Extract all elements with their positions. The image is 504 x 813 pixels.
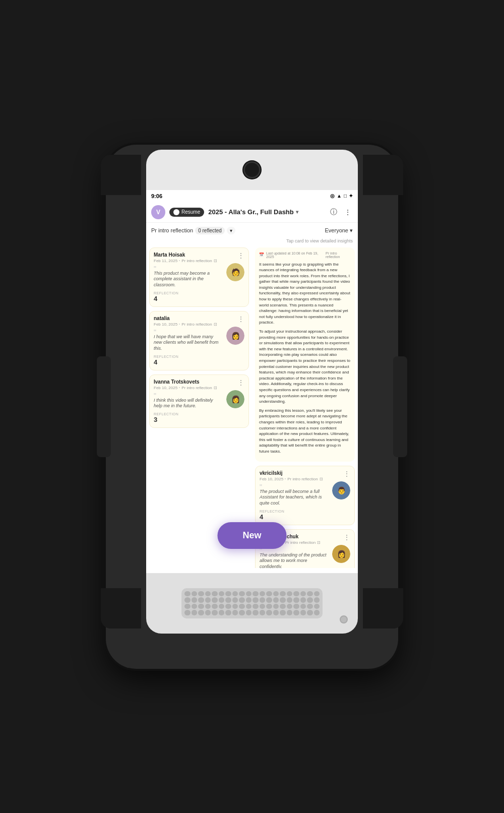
toggle-dot [173,209,179,215]
signal-icon: ▲ [337,193,342,199]
filter-bar: Pr intro reflection 0 reflected ▾ Everyo… [146,223,358,238]
corner-bracket-tr [363,155,403,195]
title-chevron-down-icon[interactable]: ▾ [296,209,298,215]
status-time: 9:06 [151,193,162,199]
card-quote-natalia: " I hope that we will have many new clie… [154,331,222,352]
reflection-card-ivanna[interactable]: Ivanna Trotskovets Feb 10, 2025 Pr intro… [149,374,249,428]
card-avatar-vkricilskij: 👨 [332,481,350,499]
reflection-score-vkricilskij: 4 [260,513,350,521]
reflection-label-vkricilskij: REFLECTION [260,510,350,513]
insight-text: It seems like your group is grappling wi… [259,262,351,455]
card-avatar-marta: 🧑 [226,263,244,281]
card-user-marta: Marta Hoisak [154,252,217,258]
info-icon[interactable]: ⓘ [329,207,339,217]
filter-tag[interactable]: Pr intro reflection 0 reflected ▾ [151,227,235,234]
filter-chevron-down-icon[interactable]: ▾ [227,227,235,234]
filter-label: Pr intro reflection [151,227,193,233]
card-menu-icon-marta[interactable]: ⋮ [237,252,244,259]
card-quote-vkricilskij: " The product will become a full Assista… [260,485,328,507]
card-user-ivanna: Ivanna Trotskovets [154,379,217,385]
new-button[interactable]: New [217,522,286,549]
everyone-label: Everyone [325,227,348,233]
right-column: 📅 Last updated at 10:08 on Feb 19, 2025 … [252,245,358,568]
card-quote-marta: " This product may become a complete ass… [154,267,222,288]
camera [245,163,259,177]
card-menu-icon-natalia[interactable]: ⋮ [237,316,244,323]
insight-header: 📅 Last updated at 10:08 on Feb 19, 2025 … [259,252,351,259]
wifi-icon: ◎ [330,193,335,199]
card-meta-natalia: Feb 10, 2025 Pr intro reflection ⊡ [154,322,217,327]
everyone-dropdown[interactable]: Everyone ▾ [325,227,353,234]
top-nav: V Resume 2025 - Alla's Gr., Full Dashb ▾… [146,202,358,223]
speaker-grille [181,588,323,618]
card-avatar-alla: 👩 [332,545,350,563]
reflection-label-ivanna: REFLECTION [154,412,244,416]
corner-bracket-tl [101,155,141,195]
nav-title: 2025 - Alla's Gr., Full Dashb ▾ [208,208,325,216]
card-avatar-ivanna: 👩 [226,390,244,408]
card-quote-alla: " The understanding of the product allow… [260,549,328,568]
insight-panel[interactable]: 📅 Last updated at 10:08 on Feb 19, 2025 … [255,247,355,462]
grip-left [97,356,111,457]
card-menu-icon-vkricilskij[interactable]: ⋮ [343,470,350,477]
card-meta-ivanna: Feb 10, 2025 Pr intro reflection ⊡ [154,386,217,390]
everyone-chevron-down-icon: ▾ [350,227,353,234]
battery-icon: □ [344,193,347,199]
reflection-card-vkricilskij[interactable]: vkricilskij Feb 10, 2025 Pr intro reflec… [255,466,355,525]
card-meta-vkricilskij: Feb 10, 2025 Pr intro reflection ⊡ [260,477,323,481]
calendar-icon: 📅 [259,253,264,257]
device-bottom-housing [146,573,358,634]
tap-hint: Tap card to view detailed insights [146,238,358,245]
reflection-score-ivanna: 3 [154,416,244,423]
card-avatar-natalia: 👩 [226,327,244,345]
device-screen: 9:06 ◎ ▲ □ ✦ V Resume 2025 - Alla's Gr.,… [146,190,358,573]
filter-count: 0 reflected [195,227,225,234]
card-quote-ivanna: " I think this video will definitely hel… [154,394,222,409]
reflection-card-natalia[interactable]: natalia Feb 10, 2025 Pr intro reflection… [149,311,249,370]
card-meta-marta: Feb 11, 2025 Pr intro reflection ⊡ [154,259,217,263]
insight-updated: Last updated at 10:08 on Feb 19, 2025 [266,252,324,259]
user-avatar[interactable]: V [151,205,165,219]
grip-right [393,356,407,457]
status-bar: 9:06 ◎ ▲ □ ✦ [146,190,358,202]
more-icon[interactable]: ⋮ [343,207,353,217]
corner-bracket-br [363,588,403,629]
reflection-score-natalia: 4 [154,358,244,366]
card-user-natalia: natalia [154,316,217,321]
reflection-label-natalia: REFLECTION [154,355,244,358]
reflection-score-marta: 4 [154,295,244,302]
reflection-card-marta[interactable]: Marta Hoisak Feb 11, 2025 Pr intro refle… [149,247,249,307]
speaker-circle [340,615,348,623]
corner-bracket-bl [101,588,141,629]
insight-tag-label: Pr intro reflection [326,252,351,259]
card-user-vkricilskij: vkricilskij [260,470,323,476]
settings-icon: ✦ [349,193,353,199]
device-top-housing [146,150,358,190]
resume-toggle[interactable]: Resume [169,208,204,217]
card-menu-icon-alla[interactable]: ⋮ [343,534,350,541]
card-menu-icon-ivanna[interactable]: ⋮ [237,379,244,386]
device-frame: 9:06 ◎ ▲ □ ✦ V Resume 2025 - Alla's Gr.,… [106,145,398,669]
left-column: Marta Hoisak Feb 11, 2025 Pr intro refle… [146,245,252,568]
content-area: Marta Hoisak Feb 11, 2025 Pr intro refle… [146,245,358,568]
status-icons: ◎ ▲ □ ✦ [330,193,353,199]
reflection-label-marta: REFLECTION [154,291,244,295]
nav-icons: ⓘ ⋮ [329,207,353,217]
